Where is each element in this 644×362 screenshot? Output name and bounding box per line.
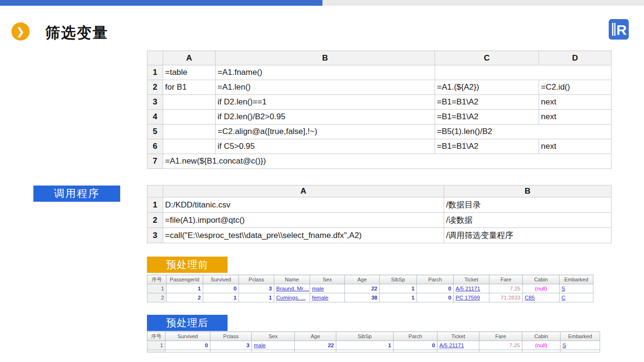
row-number: 1 [147,197,163,213]
cell-c1d1 [435,65,612,80]
cell [394,350,437,352]
cell-a3 [163,95,216,110]
page-title: 筛选变量 [45,23,108,43]
cell [479,350,522,352]
header-embarked: Embarked [560,275,593,284]
cell-embarked: S [561,341,600,350]
cell [252,350,295,352]
cell-b2: =A1.len() [216,80,435,95]
header-sex: Sex [310,275,345,284]
cell-b1: =A1.fname() [216,65,435,80]
cell-sibsp: 1 [380,293,417,302]
spl-script-grid: A B C D 1 =table =A1.fname() 2 for B1 =A… [147,51,612,169]
call-row-3: 3 =call("E:\\esproc_test\\data_pre\\sele… [147,228,612,243]
corner-cell [147,51,163,65]
title-bullet-arrow-icon: ❯ [11,22,30,41]
cell-d4: next [539,110,612,124]
header-ticket: Ticket [454,275,489,284]
cell-rowno: 2 [147,293,166,302]
header-cabin: Cabin [523,275,560,284]
cell [295,350,336,352]
cell-survived: 0 [166,341,210,350]
cell-a5 [163,124,216,139]
after-preprocessing-label: 预处理后 [147,315,228,331]
cell-d3: next [539,95,612,110]
header-name: Name [274,275,310,284]
cell-pclass: 1 [239,293,274,302]
slide: ❯ 筛选变量 R A B C D 1 =table =A1.fname() 2 … [0,0,644,362]
after-result-grid: 序号 Survived Pclass Sex Age SibSp Parch T… [147,331,600,352]
script-row-7: 7 =A1.new(${B1.concat@c()}) [147,154,612,169]
cell-b2: /读数据 [444,213,612,228]
cell-embarked: S [560,284,593,293]
header-embarked: Embarked [561,332,600,341]
cell-ticket: A/5 21171 [454,284,489,293]
cell-ticket: PC 17599 [454,293,489,302]
cell-survived: 1 [203,293,239,302]
cell-b3: /调用筛选变量程序 [444,228,612,243]
header-age: Age [345,275,380,284]
header-survived: Survived [203,275,239,284]
cell-d2: =C2.id() [539,80,612,95]
cell-cabin: C85 [523,293,560,302]
cell-b3: if D2.len()==1 [216,95,435,110]
cell-b5: =C2.align@a([true,false],!~) [216,124,435,139]
cell-sex: female [310,293,345,302]
cell-a7: =A1.new(${B1.concat@c()}) [163,154,612,169]
header-passengerid: PassengerId [166,275,203,284]
row-number: 6 [147,139,163,154]
cell-sibsp: 1 [380,284,417,293]
col-header-a: A [163,51,216,65]
cell [336,350,394,352]
table-header-row: 序号 PassengerId Survived Pclass Name Sex … [147,275,593,284]
header-age: Age [295,332,336,341]
row-number: 2 [147,213,163,228]
header-ticket: Ticket [437,332,479,341]
cell-b6: if C5>0.95 [216,139,435,154]
table-header-row: A B C D [147,51,612,65]
script-row-1: 1 =table =A1.fname() [147,65,612,80]
cell-survived: 0 [203,284,239,293]
call-row-1: 1 D:/KDD/titanic.csv /数据目录 [147,197,612,213]
row-number: 1 [147,65,163,80]
header-parch: Parch [417,275,454,284]
cell-rowno [147,350,166,352]
before-preprocessing-label: 预处理前 [147,257,228,273]
top-bar-gray [322,0,644,6]
cell-fare: 7.25 [479,341,522,350]
cell-age: 22 [345,284,380,293]
header-sex: Sex [252,332,295,341]
cell-sex: male [252,341,295,350]
header-parch: Parch [394,332,437,341]
cell-a2: for B1 [163,80,216,95]
script-row-6: 6 if C5>0.95 =B1=B1\A2 next [147,139,612,154]
script-row-2: 2 for B1 =A1.len() =A1.(${A2}) =C2.id() [147,80,612,95]
col-header-a: A [163,186,444,197]
cell [522,350,561,352]
cell-rowno: 1 [147,284,166,293]
cell-a1: D:/KDD/titanic.csv [163,197,444,213]
table-header-row: 序号 Survived Pclass Sex Age SibSp Parch T… [147,332,600,341]
cell-c4: =B1=B1\A2 [435,110,539,124]
header-survived: Survived [166,332,210,341]
col-header-d: D [539,51,612,65]
cell-passengerid: 1 [166,284,203,293]
header-sibsp: SibSp [380,275,417,284]
before-result-grid: 序号 PassengerId Survived Pclass Name Sex … [147,275,593,302]
table-row: 2 2 1 1 Cumings, ... female 38 1 0 PC 17… [147,293,593,302]
col-header-b: B [216,51,435,65]
call-program-label: 调用程序 [33,186,120,202]
cell-a4 [163,110,216,124]
header-rowno: 序号 [147,332,166,341]
header-pclass: Pclass [239,275,274,284]
cell-c2: =A1.(${A2}) [435,80,539,95]
cell [210,350,252,352]
cell-c3: =B1=B1\A2 [435,95,539,110]
raqsoft-logo-icon: R [609,19,629,41]
cell-age: 22 [295,341,336,350]
header-fare: Fare [479,332,522,341]
cell [561,350,600,352]
col-header-c: C [435,51,539,65]
cell-fare: 7.25 [489,284,523,293]
top-bar-blue [0,0,322,6]
